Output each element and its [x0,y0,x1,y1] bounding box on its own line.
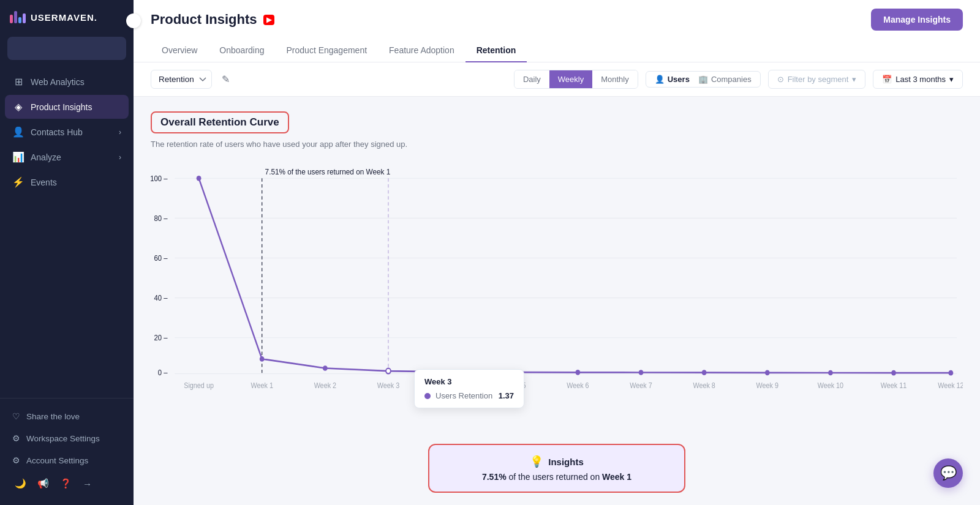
tab-product-engagement[interactable]: Product Engagement [276,39,379,62]
megaphone-icon[interactable]: 📢 [37,478,49,489]
header-top: Product Insights ▶ Manage Insights [151,9,963,31]
svg-point-36 [702,370,707,375]
sidebar-item-events[interactable]: ⚡ Events [5,170,129,194]
svg-point-34 [575,370,580,375]
chevron-down-icon: ▾ [852,75,856,84]
insights-title: Insights [548,457,584,467]
tab-overview[interactable]: Overview [151,39,208,62]
insights-middle: of the users returned on [507,472,602,482]
chart-title-box: Overall Retention Curve [151,111,289,133]
companies-button[interactable]: 🏢 Companies [698,75,752,84]
period-daily-button[interactable]: Daily [514,70,549,88]
svg-text:60 –: 60 – [154,253,168,263]
sidebar-item-web-analytics[interactable]: ⊞ Web Analytics [5,70,129,94]
users-label: Users [668,75,690,84]
insights-week: Week 1 [602,472,631,482]
chart-svg: 100 – 80 – 60 – 40 – 20 – 0 – Signed up … [151,161,963,394]
svg-text:7.51% of the users returned on: 7.51% of the users returned on Week 1 [265,167,391,176]
svg-text:Week 11: Week 11 [881,382,907,390]
logo-bar-2 [14,11,17,23]
workspace-settings-label: Workspace Settings [26,434,100,443]
sidebar-item-analyze[interactable]: 📊 Analyze › [5,145,129,169]
svg-text:Week 10: Week 10 [818,382,843,390]
period-monthly-button[interactable]: Monthly [592,70,638,88]
account-settings-icon: ⚙ [12,455,20,465]
sidebar-bottom: ♡ Share the love ⚙ Workspace Settings ⚙ … [0,398,134,505]
edit-icon: ✎ [222,74,230,84]
logout-icon[interactable]: → [83,479,92,489]
logo-bar-1 [10,15,13,23]
sidebar-item-label: Contacts Hub [31,127,83,137]
svg-text:Week 9: Week 9 [756,382,778,390]
users-companies-toggle: 👤 Users 🏢 Companies [646,71,761,88]
contacts-hub-icon: 👤 [12,126,24,138]
period-buttons: Daily Weekly Monthly [514,70,638,89]
sidebar-item-product-insights[interactable]: ◈ Product Insights [5,95,129,119]
bulb-icon: 💡 [530,455,543,468]
header-title-row: Product Insights ▶ [151,12,274,28]
svg-point-30 [323,365,328,371]
filter-segment-button[interactable]: ⊙ Filter by segment ▾ [768,70,866,89]
chat-icon: 💬 [940,465,957,481]
logo-icon [10,11,26,23]
youtube-badge: ▶ [263,15,274,25]
help-icon[interactable]: ❓ [60,478,72,489]
sidebar-item-label: Product Insights [31,102,92,112]
svg-point-40 [948,370,953,376]
edit-button[interactable]: ✎ [219,71,232,88]
users-icon: 👤 [655,75,665,84]
chat-bubble-button[interactable]: 💬 [933,458,963,488]
svg-text:Week 7: Week 7 [630,382,652,390]
svg-text:Week 5: Week 5 [503,382,526,390]
filter-label: Filter by segment [788,75,849,84]
logo: USERMAVEN. [0,0,134,34]
analyze-icon: 📊 [12,151,24,163]
share-love-label: Share the love [26,412,80,421]
sidebar-nav: ⊞ Web Analytics ◈ Product Insights 👤 Con… [0,70,134,398]
svg-text:Signed up: Signed up [184,382,214,390]
sidebar: USERMAVEN. ‹ ⊞ Web Analytics ◈ Product I… [0,0,134,505]
tooltip-dot [424,393,431,399]
svg-point-35 [639,370,644,375]
chevron-right-icon: › [119,128,121,137]
svg-text:Week 4: Week 4 [440,382,462,390]
tab-feature-adoption[interactable]: Feature Adoption [378,39,466,62]
chart-subtitle: The retention rate of users who have use… [151,140,963,149]
sidebar-item-contacts-hub[interactable]: 👤 Contacts Hub › [5,120,129,144]
tab-onboarding[interactable]: Onboarding [208,39,275,62]
toolbar: Retention ✎ Daily Weekly Monthly 👤 Users… [134,62,980,97]
insights-box: 💡 Insights 7.51% of the users returned o… [428,444,685,493]
retention-chart: 100 – 80 – 60 – 40 – 20 – 0 – Signed up … [151,161,963,394]
svg-text:Week 12: Week 12 [938,382,963,390]
insights-percentage: 7.51% [482,472,507,482]
events-icon: ⚡ [12,176,24,188]
sidebar-item-label: Web Analytics [31,77,85,87]
retention-select[interactable]: Retention [151,70,212,89]
sidebar-item-label: Events [31,178,57,187]
sidebar-collapse-button[interactable]: ‹ [126,13,141,28]
moon-icon[interactable]: 🌙 [15,478,26,489]
product-insights-icon: ◈ [12,101,24,113]
svg-text:100 –: 100 – [151,174,168,183]
insights-title-row: 💡 Insights [530,455,584,468]
insights-text: 7.51% of the users returned on Week 1 [482,472,631,482]
svg-text:0 –: 0 – [158,368,168,377]
date-range-label: Last 3 months [895,75,946,84]
date-range-button[interactable]: 📅 Last 3 months ▾ [873,70,963,89]
svg-text:Week 8: Week 8 [693,382,715,390]
companies-label: Companies [711,75,752,84]
main-content: Product Insights ▶ Manage Insights Overv… [134,0,980,505]
chevron-right-icon-2: › [119,153,121,162]
users-button[interactable]: 👤 Users [655,75,690,84]
manage-insights-button[interactable]: Manage Insights [871,9,963,31]
calendar-icon: 📅 [882,75,892,84]
tab-retention[interactable]: Retention [466,39,527,62]
workspace-settings-item[interactable]: ⚙ Workspace Settings [5,428,129,449]
companies-icon: 🏢 [698,75,708,84]
svg-text:Week 6: Week 6 [567,382,589,390]
account-settings-item[interactable]: ⚙ Account Settings [5,450,129,471]
period-weekly-button[interactable]: Weekly [549,70,592,88]
svg-point-37 [765,370,770,375]
sidebar-profile[interactable] [7,37,126,60]
share-love-item[interactable]: ♡ Share the love [5,406,129,427]
